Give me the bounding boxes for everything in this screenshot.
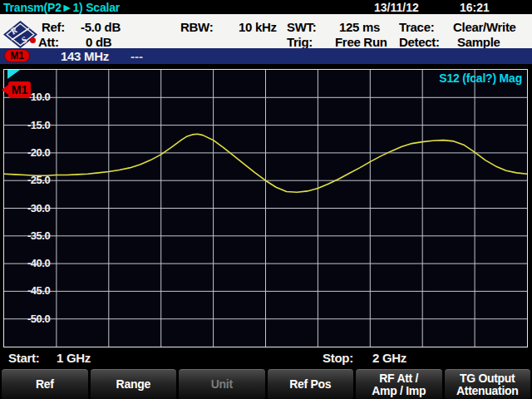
y-axis-label: -30.0 bbox=[27, 202, 50, 214]
attenuation-field: Att:0 dB bbox=[38, 35, 111, 49]
rbw-value: 10 kHz bbox=[239, 20, 277, 34]
detect-value: Sample bbox=[457, 35, 500, 49]
detector-field: Detect:Sample bbox=[399, 35, 500, 49]
ref-label: Ref: bbox=[42, 20, 81, 34]
start-label: Start: bbox=[8, 351, 39, 365]
softkey-ref[interactable]: Ref bbox=[2, 369, 88, 399]
trig-value: Free Run bbox=[335, 35, 387, 49]
y-axis-label: -45.0 bbox=[27, 284, 50, 297]
measurement-mode-title: Transm(P2►1) Scalar bbox=[3, 1, 120, 14]
y-axis-label: -25.0 bbox=[27, 174, 50, 186]
swt-label: SWT: bbox=[287, 20, 339, 34]
swt-value: 125 ms bbox=[339, 20, 380, 34]
ref-level-field: Ref:-5.0 dB bbox=[42, 20, 121, 34]
measurement-diagram: -10.0-15.0-20.0-25.0-30.0-35.0-40.0-45.0… bbox=[3, 69, 528, 347]
marker-m1-flag[interactable]: M1 bbox=[2, 81, 31, 98]
time-display: 16:21 bbox=[460, 1, 490, 14]
softkey-rf-att-amp-imp[interactable]: RF Att / Amp / Imp bbox=[356, 369, 442, 399]
stop-frequency: 2 GHz bbox=[372, 351, 406, 365]
y-axis-label: -15.0 bbox=[27, 119, 50, 131]
att-value: 0 dB bbox=[86, 35, 111, 49]
softkey-range[interactable]: Range bbox=[91, 369, 177, 399]
marker-readout-bar: M1 143 MHz --- bbox=[0, 48, 532, 64]
softkey-bar: RefRangeUnitRef PosRF Att / Amp / ImpTG … bbox=[0, 368, 532, 399]
trace-value: Clear/Write bbox=[453, 20, 516, 34]
frequency-range-bar: Start: 1 GHz Stop: 2 GHz bbox=[0, 347, 532, 368]
att-status-dot-icon bbox=[30, 37, 36, 43]
trig-label: Trig: bbox=[287, 35, 335, 49]
trace-plot bbox=[4, 70, 527, 347]
date-display: 13/11/12 bbox=[374, 1, 419, 14]
rbw-field: RBW:10 kHz bbox=[180, 20, 277, 34]
chart-area: -10.0-15.0-20.0-25.0-30.0-35.0-40.0-45.0… bbox=[0, 64, 532, 347]
sweep-time-field: SWT:125 ms bbox=[287, 20, 380, 34]
title-bar: Transm(P2►1) Scalar 13/11/12 16:21 bbox=[0, 0, 532, 14]
ref-value: -5.0 dB bbox=[81, 20, 121, 34]
rbw-label: RBW: bbox=[180, 20, 239, 34]
marker-m1-flag-label: M1 bbox=[8, 81, 31, 98]
marker-frequency: 143 MHz bbox=[61, 49, 109, 63]
detect-label: Detect: bbox=[399, 35, 457, 49]
trigger-field: Trig:Free Run bbox=[287, 35, 387, 49]
rohde-schwarz-logo-icon: R S bbox=[3, 21, 37, 48]
trace-label: Trace: bbox=[399, 20, 453, 34]
y-axis-label: -10.0 bbox=[27, 91, 50, 103]
y-axis-label: -20.0 bbox=[27, 146, 50, 159]
att-label: Att: bbox=[38, 35, 86, 49]
trace-mode-field: Trace:Clear/Write bbox=[399, 20, 516, 34]
start-frequency: 1 GHz bbox=[57, 351, 91, 365]
y-axis-label: -50.0 bbox=[27, 313, 50, 325]
marker-m1-badge: M1 bbox=[4, 49, 30, 62]
softkey-tg-output-attenuation[interactable]: TG Output Attenuation bbox=[445, 369, 531, 399]
settings-header: R S Ref:-5.0 dB Att:0 dB RBW:10 kHz SWT:… bbox=[0, 14, 532, 48]
softkey-unit[interactable]: Unit bbox=[179, 369, 265, 399]
y-axis-label: -35.0 bbox=[27, 229, 50, 242]
marker-value: --- bbox=[131, 49, 143, 63]
softkey-ref-pos[interactable]: Ref Pos bbox=[268, 369, 354, 399]
trace-mode-label: S12 (fcal?) Mag bbox=[439, 71, 522, 85]
y-axis-label: -40.0 bbox=[27, 257, 50, 269]
marker-left-arrow-icon bbox=[2, 85, 8, 95]
reference-position-triangle-icon bbox=[7, 70, 20, 79]
stop-label: Stop: bbox=[323, 351, 353, 365]
spectrum-analyzer-screen: Transm(P2►1) Scalar 13/11/12 16:21 R S R… bbox=[0, 0, 532, 399]
